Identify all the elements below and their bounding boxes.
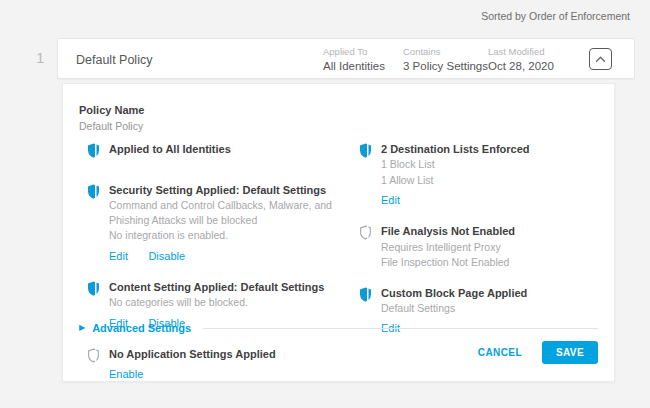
setting-title: Applied to All Identities xyxy=(109,142,231,156)
setting-description: Requires Intelligent Proxy xyxy=(381,240,515,254)
applied-to-label: Applied To xyxy=(323,46,403,57)
advanced-settings-label: Advanced Settings xyxy=(92,322,191,334)
setting-description: 1 Allow List xyxy=(381,173,530,187)
policy-order-number: 1 xyxy=(36,49,44,66)
setting-description: No integration is enabled. xyxy=(109,228,345,242)
policy-title: Default Policy xyxy=(76,53,152,67)
setting-item-destination-lists: 2 Destination Lists Enforced 1 Block Lis… xyxy=(359,142,599,208)
edit-link[interactable]: Edit xyxy=(109,250,128,262)
policy-list-screen: Sorted by Order of Enforcement 1 Default… xyxy=(0,0,650,408)
shield-blue-icon xyxy=(87,184,100,264)
advanced-settings-toggle[interactable]: ▶ Advanced Settings xyxy=(79,322,598,334)
sorted-by-label: Sorted by Order of Enforcement xyxy=(481,10,630,22)
contains-value: 3 Policy Settings xyxy=(403,60,488,72)
enable-link[interactable]: Enable xyxy=(109,368,143,380)
last-modified-value: Oct 28, 2020 xyxy=(488,60,588,72)
setting-title: Security Setting Applied: Default Settin… xyxy=(109,183,345,197)
shield-blue-icon xyxy=(87,143,100,162)
header-col-last-modified: Last Modified Oct 28, 2020 xyxy=(488,46,588,72)
collapse-policy-button[interactable] xyxy=(589,48,612,70)
setting-item-application: No Application Settings Applied Enable xyxy=(87,347,345,382)
cancel-button[interactable]: CANCEL xyxy=(478,347,522,358)
setting-description: File Inspection Not Enabled xyxy=(381,255,515,269)
disable-link[interactable]: Disable xyxy=(148,250,185,262)
shield-gray-icon xyxy=(87,348,100,382)
setting-title: No Application Settings Applied xyxy=(109,347,276,361)
triangle-right-icon: ▶ xyxy=(79,324,85,332)
header-col-applied-to: Applied To All Identities xyxy=(323,46,403,72)
contains-label: Contains xyxy=(403,46,488,57)
shield-gray-icon xyxy=(359,225,372,269)
settings-column-right: 2 Destination Lists Enforced 1 Block Lis… xyxy=(359,142,599,336)
policy-header-row[interactable]: Default Policy Applied To All Identities… xyxy=(57,38,635,79)
settings-column-left: Applied to All Identities Security Setti… xyxy=(87,142,345,382)
policy-name-label: Policy Name xyxy=(79,104,144,116)
shield-blue-icon xyxy=(359,143,372,208)
policy-name-block: Policy Name Default Policy xyxy=(79,104,144,132)
setting-item-security: Security Setting Applied: Default Settin… xyxy=(87,183,345,264)
chevron-up-icon xyxy=(595,56,606,63)
setting-title: Content Setting Applied: Default Setting… xyxy=(109,280,324,294)
setting-title: Custom Block Page Applied xyxy=(381,286,527,300)
header-col-contains: Contains 3 Policy Settings xyxy=(403,46,488,72)
edit-link[interactable]: Edit xyxy=(381,194,400,206)
applied-to-value: All Identities xyxy=(323,60,403,72)
setting-item-identities: Applied to All Identities xyxy=(87,142,345,162)
setting-item-file-analysis: File Analysis Not Enabled Requires Intel… xyxy=(359,224,599,269)
last-modified-label: Last Modified xyxy=(488,46,588,57)
policy-detail-panel: Policy Name Default Policy Applied to Al… xyxy=(62,83,615,382)
setting-title: File Analysis Not Enabled xyxy=(381,224,515,238)
setting-description: Default Settings xyxy=(381,301,527,315)
policy-name-value: Default Policy xyxy=(79,120,144,132)
setting-title: 2 Destination Lists Enforced xyxy=(381,142,530,156)
setting-description: Command and Control Callbacks, Malware, … xyxy=(109,198,345,227)
setting-description: No categories will be blocked. xyxy=(109,295,324,309)
setting-description: 1 Block List xyxy=(381,157,530,171)
panel-footer: CANCEL SAVE xyxy=(478,341,598,364)
divider-line xyxy=(203,328,598,329)
save-button[interactable]: SAVE xyxy=(542,341,598,364)
